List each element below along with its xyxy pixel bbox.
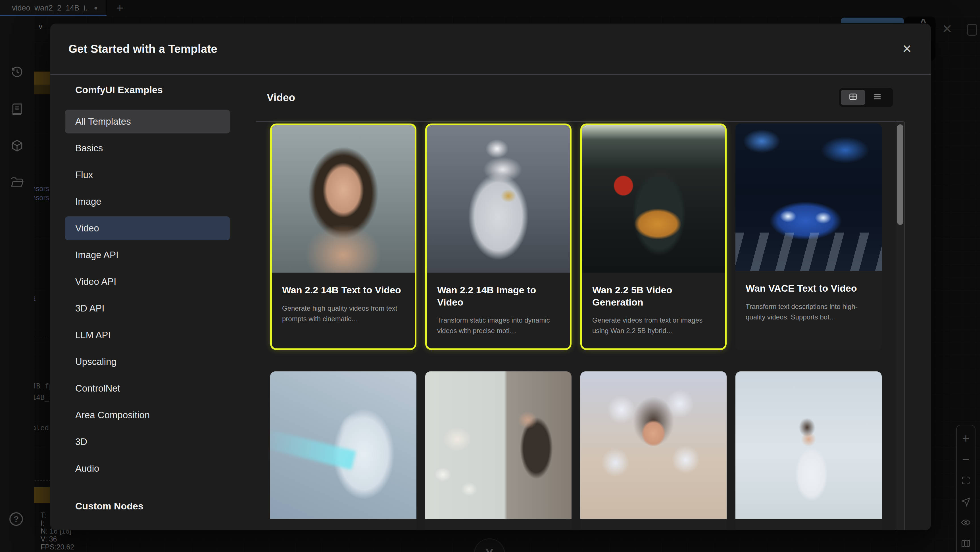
- category-item[interactable]: Area Composition: [65, 403, 230, 427]
- category-item-label: Audio: [75, 463, 99, 474]
- category-heading: Video: [267, 92, 295, 104]
- dialog-header-divider: [50, 74, 931, 75]
- category-item-label: Area Composition: [75, 410, 150, 420]
- template-thumbnail: [582, 125, 725, 273]
- category-item[interactable]: Flux: [65, 163, 230, 187]
- category-item[interactable]: Image: [65, 190, 230, 214]
- view-toggle-group: [839, 88, 893, 107]
- category-item[interactable]: ControlNet: [65, 376, 230, 400]
- category-item-label: Image: [75, 196, 102, 207]
- dialog-title: Get Started with a Template: [68, 24, 217, 74]
- list-view-button[interactable]: [865, 90, 890, 105]
- category-item-label: 3D API: [75, 303, 105, 314]
- template-card-description: Transform static images into dynamic vid…: [437, 315, 560, 336]
- template-thumbnail: [425, 371, 571, 519]
- template-card-description: Transform text descriptions into high-qu…: [746, 301, 872, 322]
- list-view-icon: [873, 92, 882, 103]
- template-dialog: Get Started with a Template ✕ ComfyUI Ex…: [50, 23, 931, 530]
- category-item[interactable]: Upscaling: [65, 350, 230, 374]
- template-thumbnail: [270, 371, 417, 519]
- template-card[interactable]: Wan 2.2 14B Image to Video Transform sta…: [425, 124, 571, 350]
- cards-scrollbar-track[interactable]: [896, 122, 905, 530]
- category-item[interactable]: Image API: [65, 243, 230, 267]
- template-card[interactable]: Wan 2.2 5B Video Generation Generate vid…: [580, 124, 727, 350]
- template-card[interactable]: [270, 371, 417, 530]
- template-thumbnail: [735, 371, 882, 519]
- grid-view-button[interactable]: [841, 90, 865, 105]
- sidebar-section-header: ComfyUI Examples: [75, 84, 163, 95]
- category-item-label: Image API: [75, 250, 118, 260]
- category-item[interactable]: LLM API: [65, 323, 230, 347]
- template-card[interactable]: [735, 371, 882, 530]
- template-category-list: All Templates Basics Flux Image Video: [65, 109, 230, 483]
- template-thumbnail: [427, 125, 570, 273]
- template-card[interactable]: [425, 371, 571, 530]
- template-card[interactable]: Wan VACE Text to Video Transform text de…: [735, 124, 882, 350]
- category-item-label: Flux: [75, 170, 93, 180]
- category-item[interactable]: Audio: [65, 457, 230, 481]
- category-item[interactable]: 3D: [65, 430, 230, 454]
- cards-scrollbar-thumb[interactable]: [897, 124, 903, 225]
- template-card-description: Generate high-quality videos from text p…: [282, 303, 404, 324]
- category-item-label: Video API: [75, 276, 116, 287]
- category-item[interactable]: All Templates: [65, 109, 230, 133]
- category-item[interactable]: 3D API: [65, 297, 230, 320]
- category-item-label: Upscaling: [75, 356, 116, 367]
- cards-area-divider: [256, 121, 904, 122]
- template-card-title: Wan 2.2 14B Text to Video: [282, 284, 404, 296]
- template-card-title: Wan 2.2 14B Image to Video: [437, 284, 560, 308]
- sidebar-section-header-custom-nodes: Custom Nodes: [75, 501, 143, 512]
- category-item[interactable]: Video: [65, 216, 230, 240]
- category-item[interactable]: Video API: [65, 270, 230, 293]
- app-screen: video_wan2_2_14B_i... ● + C v ^ ✕ ? >_: [0, 0, 980, 552]
- template-thumbnail: [272, 125, 415, 273]
- dialog-close-icon[interactable]: ✕: [899, 41, 915, 57]
- grid-view-icon: [848, 92, 858, 103]
- template-card-title: Wan 2.2 5B Video Generation: [592, 284, 715, 308]
- category-item[interactable]: Basics: [65, 136, 230, 160]
- template-thumbnail: [580, 371, 727, 519]
- template-card-description: Generate videos from text or images usin…: [592, 315, 715, 336]
- category-item-label: ControlNet: [75, 383, 120, 394]
- category-item-label: Video: [75, 223, 99, 234]
- template-thumbnail: [735, 124, 882, 271]
- template-card[interactable]: [580, 371, 727, 530]
- category-item-label: LLM API: [75, 330, 111, 341]
- category-item-label: All Templates: [75, 116, 131, 127]
- category-item-label: 3D: [75, 436, 87, 447]
- template-card-grid: Wan 2.2 14B Text to Video Generate high-…: [270, 124, 882, 530]
- template-card[interactable]: Wan 2.2 14B Text to Video Generate high-…: [270, 124, 417, 350]
- category-item-label: Basics: [75, 143, 103, 154]
- template-card-title: Wan VACE Text to Video: [746, 282, 872, 295]
